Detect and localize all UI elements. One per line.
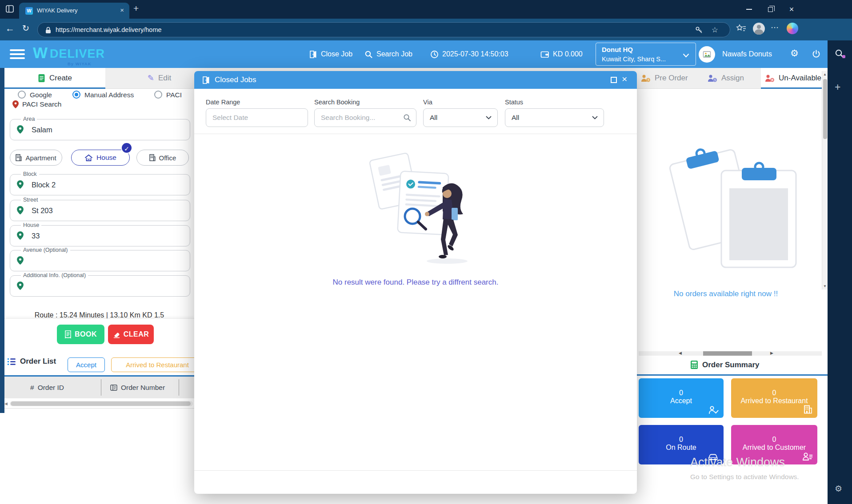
column-order-id[interactable]: # Order ID xyxy=(30,377,64,398)
tab-create[interactable]: Create xyxy=(4,68,105,88)
house-icon xyxy=(84,154,93,162)
scrollbar-thumb[interactable] xyxy=(11,401,191,406)
modal-header[interactable]: Closed Jobs × xyxy=(194,71,637,89)
status-select[interactable]: All xyxy=(505,108,604,127)
via-select[interactable]: All xyxy=(423,108,498,127)
scrollbar-thumb[interactable] xyxy=(703,351,752,356)
summary-tile-arrived-restaurant[interactable]: 0 Arrived to Restaurant xyxy=(731,378,817,418)
summary-tile-accept[interactable]: 0 Accept xyxy=(639,378,724,418)
radio-google-label: Google xyxy=(30,91,52,99)
block-value: Block 2 xyxy=(32,181,56,189)
page-vscrollbar[interactable]: ▲ ▼ xyxy=(822,71,828,290)
clock-icon xyxy=(430,50,439,59)
key-icon[interactable] xyxy=(695,26,703,34)
settings-gear-icon[interactable]: ⚙ xyxy=(790,48,799,59)
form-footer: BOOK CLEAR xyxy=(4,318,194,351)
scrollbar-thumb[interactable] xyxy=(823,79,827,139)
logout-power-icon[interactable] xyxy=(812,49,821,59)
sidebar-add-icon[interactable]: + xyxy=(835,81,840,93)
user-name: Nawafs Donuts xyxy=(722,50,772,58)
modal-maximize-icon[interactable] xyxy=(611,77,617,83)
clear-button[interactable]: CLEAR xyxy=(108,325,154,344)
order-table-header: # Order ID Order Number xyxy=(4,377,194,398)
branch-selector[interactable]: Donut HQ Kuwait City, Sharq S... xyxy=(596,43,696,66)
radio-manual-address[interactable] xyxy=(72,91,80,99)
book-button[interactable]: BOOK xyxy=(57,325,104,344)
user-avatar[interactable] xyxy=(699,46,715,63)
house-selected-check-badge: ✓ xyxy=(121,142,132,154)
divider xyxy=(637,374,828,376)
favorites-bar-icon[interactable] xyxy=(736,24,747,34)
header-balance: KD 0.000 xyxy=(540,40,583,68)
person-clock-icon xyxy=(640,74,651,83)
tab-assign[interactable]: Assign xyxy=(704,68,761,88)
refresh-button[interactable]: ↻ xyxy=(22,23,29,33)
building-apartment-button[interactable]: Apartment xyxy=(10,150,62,166)
person-clock-icon xyxy=(707,74,717,83)
browser-menu-icon[interactable]: ⋯ xyxy=(771,23,779,32)
radio-paci[interactable] xyxy=(154,91,162,99)
list-icon xyxy=(7,358,16,365)
create-doc-icon xyxy=(38,74,45,83)
radio-google[interactable] xyxy=(18,91,26,99)
app-header: W DELIVER By WIYAK Close Job Search Job … xyxy=(0,40,828,68)
building-office-button[interactable]: Office xyxy=(136,150,189,166)
window-minimize-button[interactable] xyxy=(739,0,759,19)
block-field[interactable]: Block Block 2 xyxy=(10,174,190,195)
back-button[interactable]: ← xyxy=(5,23,15,34)
door-icon xyxy=(309,50,317,59)
browser-profile-avatar[interactable] xyxy=(753,23,765,35)
avenue-field[interactable]: Avenue (Optional) xyxy=(10,250,190,271)
house-field[interactable]: House 33 xyxy=(10,225,190,246)
sidebar-search-badge xyxy=(842,55,845,58)
window-restore-button[interactable] xyxy=(760,0,780,19)
map-pin-icon xyxy=(17,231,24,240)
date-range-label: Date Range xyxy=(206,99,240,106)
page-left-edge xyxy=(0,68,4,413)
bookmark-star-icon[interactable]: ☆ xyxy=(712,25,718,35)
modal-close-icon[interactable]: × xyxy=(622,74,627,84)
search-job-button[interactable]: Search Job xyxy=(364,40,412,68)
date-range-input[interactable] xyxy=(206,108,308,127)
address-form-panel: Google Manual Address PACI PACI Search A… xyxy=(4,89,194,318)
summary-hscrollbar[interactable]: ◀ ▶ xyxy=(639,351,822,356)
person-lines-icon xyxy=(802,452,813,461)
no-orders-message: No orders available right now !! xyxy=(637,290,815,298)
window-close-button[interactable]: × xyxy=(781,0,802,19)
divider xyxy=(194,134,637,134)
hash-icon: # xyxy=(30,384,34,392)
door-icon xyxy=(202,76,210,84)
restaurant-building-icon xyxy=(803,405,813,414)
order-list-hscrollbar[interactable]: ◀ xyxy=(4,401,194,407)
building-house-button[interactable]: House xyxy=(71,150,130,166)
street-field[interactable]: Street St 203 xyxy=(10,200,190,221)
sidebar-settings-icon[interactable]: ⚙ xyxy=(835,484,842,494)
eraser-icon xyxy=(113,331,120,338)
browser-tab[interactable]: W WIYAK Delivery × xyxy=(19,3,129,19)
calculator-icon xyxy=(690,360,698,369)
tab-pre-order[interactable]: Pre Order xyxy=(637,68,704,88)
map-pin-icon xyxy=(17,180,24,189)
filter-arrived-restaurant-button[interactable]: Arrived to Restaurant xyxy=(111,357,194,372)
search-booking-input[interactable] xyxy=(314,108,416,127)
search-icon xyxy=(364,50,373,59)
filter-accept-button[interactable]: Accept xyxy=(68,357,105,372)
tab-close-icon[interactable]: × xyxy=(120,6,124,14)
building-icon xyxy=(149,154,156,161)
column-order-number[interactable]: Order Number xyxy=(110,377,165,398)
additional-info-field[interactable]: Additional Info. (Optional) xyxy=(10,275,190,297)
area-field[interactable]: Area Salam xyxy=(10,119,190,140)
orders-panel: No orders available right now !! ◀ ▶ Ord… xyxy=(637,89,828,504)
tab-unavailable[interactable]: Un-Available xyxy=(761,68,828,88)
close-job-button[interactable]: Close Job xyxy=(309,40,352,68)
search-booking-label: Search Booking xyxy=(314,99,360,106)
pencil-icon: ✎ xyxy=(148,73,154,83)
edge-sidebar: + ⚙ xyxy=(828,40,852,504)
new-tab-button[interactable]: + xyxy=(133,3,139,14)
workspaces-icon[interactable] xyxy=(5,4,14,13)
search-icon[interactable] xyxy=(403,114,411,122)
hamburger-menu-icon[interactable] xyxy=(10,49,25,61)
paci-search-link[interactable]: PACI Search xyxy=(12,100,61,108)
copilot-icon[interactable] xyxy=(787,23,798,34)
address-bar[interactable]: https://merchant.wiyak.delivery/home ☆ xyxy=(37,22,730,37)
